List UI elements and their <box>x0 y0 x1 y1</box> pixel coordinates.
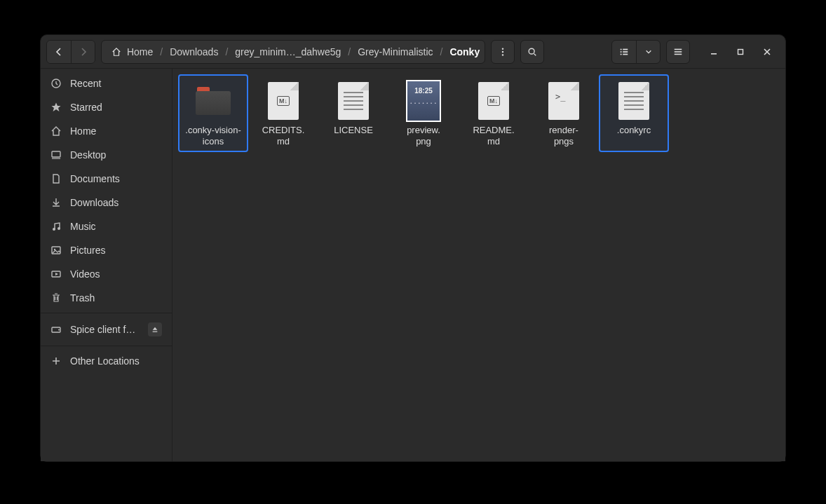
sidebar-item-pictures[interactable]: Pictures <box>41 238 172 262</box>
svg-rect-11 <box>675 48 682 50</box>
sidebar-item-label: Music <box>70 221 162 232</box>
breadcrumb-home[interactable]: Home <box>106 43 158 60</box>
svg-point-25 <box>58 329 60 331</box>
sidebar-item-label: Videos <box>70 268 162 280</box>
svg-rect-18 <box>52 158 60 159</box>
file-item[interactable]: .conkyrc <box>599 74 669 152</box>
svg-point-7 <box>621 50 622 52</box>
svg-point-20 <box>57 227 60 230</box>
text-icon <box>334 80 372 122</box>
breadcrumb-label: Home <box>127 46 153 57</box>
sidebar-item-label: Trash <box>70 292 162 304</box>
svg-rect-12 <box>675 51 682 53</box>
documents-icon <box>50 173 62 184</box>
view-dropdown-button[interactable] <box>636 41 660 63</box>
titlebar: Home / Downloads / grey_minim…_dahwe5g /… <box>41 35 785 69</box>
sidebar-item-label: Recent <box>70 78 162 89</box>
home-icon <box>50 125 62 137</box>
star-icon <box>50 102 62 113</box>
text-icon <box>615 80 653 122</box>
file-manager-window: Home / Downloads / grey_minim…_dahwe5g /… <box>40 34 786 462</box>
file-label: preview.png <box>393 125 454 147</box>
hamburger-menu-button[interactable] <box>666 40 690 64</box>
menu-button[interactable] <box>491 40 515 64</box>
videos-icon <box>50 268 62 280</box>
sidebar-item-music[interactable]: Music <box>41 214 172 238</box>
window-controls <box>705 43 780 60</box>
minimize-button[interactable] <box>705 43 722 60</box>
sidebar-item-home[interactable]: Home <box>41 119 172 143</box>
svg-point-5 <box>621 48 622 50</box>
sidebar-item-label: Starred <box>70 102 162 113</box>
pictures-icon <box>50 245 62 256</box>
maximize-button[interactable] <box>732 43 749 60</box>
trash-icon <box>50 292 62 304</box>
file-label: README.md <box>463 125 524 147</box>
file-item[interactable]: 18:25• • • • • • •preview.png <box>388 74 459 152</box>
file-item[interactable]: M↓CREDITS.md <box>248 74 318 152</box>
download-icon <box>50 197 62 208</box>
file-item[interactable]: >_render-pngs <box>529 74 599 152</box>
file-item[interactable]: M↓README.md <box>459 74 529 152</box>
svg-point-9 <box>621 53 622 55</box>
breadcrumb-grey-minimalistic[interactable]: Grey-Minimalistic <box>352 43 438 60</box>
content-area[interactable]: .conky-vision-iconsM↓CREDITS.mdLICENSE18… <box>172 69 785 461</box>
forward-button[interactable] <box>71 41 95 63</box>
sidebar: Recent Starred Home Desktop Documents Do… <box>41 69 172 461</box>
sidebar-other-locations[interactable]: Other Locations <box>41 349 172 373</box>
script-icon: >_ <box>545 80 583 122</box>
breadcrumb-separator: / <box>224 46 229 57</box>
sidebar-item-label: Documents <box>70 173 162 184</box>
home-icon <box>111 46 124 57</box>
sidebar-item-trash[interactable]: Trash <box>41 286 172 310</box>
plus-icon <box>50 355 62 367</box>
search-button[interactable] <box>520 40 544 64</box>
sidebar-item-desktop[interactable]: Desktop <box>41 143 172 167</box>
music-icon <box>50 221 62 232</box>
sidebar-item-videos[interactable]: Videos <box>41 262 172 286</box>
sidebar-item-label: Home <box>70 125 162 137</box>
breadcrumb-downloads[interactable]: Downloads <box>164 43 224 60</box>
svg-point-2 <box>502 54 503 55</box>
icon-grid: .conky-vision-iconsM↓CREDITS.mdLICENSE18… <box>178 74 780 152</box>
md-icon: M↓ <box>475 80 513 122</box>
sidebar-item-recent[interactable]: Recent <box>41 71 172 95</box>
file-label: .conky-vision-icons <box>182 125 244 147</box>
back-button[interactable] <box>47 41 71 63</box>
svg-rect-8 <box>623 51 628 53</box>
svg-rect-10 <box>623 53 628 55</box>
view-mode-group <box>611 40 661 64</box>
file-label: LICENSE <box>323 125 384 136</box>
breadcrumb-separator: / <box>439 46 445 57</box>
md-icon: M↓ <box>264 80 302 122</box>
breadcrumb-separator: / <box>158 46 164 57</box>
eject-button[interactable] <box>148 322 162 336</box>
svg-point-0 <box>502 48 503 49</box>
svg-rect-15 <box>738 49 743 54</box>
svg-rect-14 <box>711 53 717 55</box>
file-item[interactable]: LICENSE <box>318 74 388 152</box>
desktop-icon <box>50 149 62 161</box>
file-label: render-pngs <box>533 125 595 147</box>
file-label: .conkyrc <box>603 125 665 136</box>
close-button[interactable] <box>759 43 776 60</box>
sidebar-item-label: Desktop <box>70 149 162 161</box>
breadcrumb-separator: / <box>346 46 352 57</box>
sidebar-item-documents[interactable]: Documents <box>41 167 172 191</box>
sidebar-mount-spice[interactable]: Spice client f… <box>41 316 172 343</box>
sidebar-item-downloads[interactable]: Downloads <box>41 191 172 214</box>
nav-group <box>46 40 95 64</box>
sidebar-item-starred[interactable]: Starred <box>41 95 172 119</box>
svg-point-1 <box>502 50 503 52</box>
breadcrumb-grey-minim[interactable]: grey_minim…_dahwe5g <box>229 43 346 60</box>
folder-icon <box>194 80 232 122</box>
svg-rect-17 <box>52 151 60 157</box>
svg-point-19 <box>53 228 55 231</box>
svg-rect-6 <box>623 48 628 50</box>
sidebar-item-label: Spice client f… <box>70 324 140 335</box>
sidebar-separator <box>41 346 172 346</box>
breadcrumb-current[interactable]: Conky <box>444 43 485 60</box>
file-item[interactable]: .conky-vision-icons <box>178 74 248 152</box>
image-icon: 18:25• • • • • • • <box>405 80 442 122</box>
list-view-button[interactable] <box>612 41 636 63</box>
